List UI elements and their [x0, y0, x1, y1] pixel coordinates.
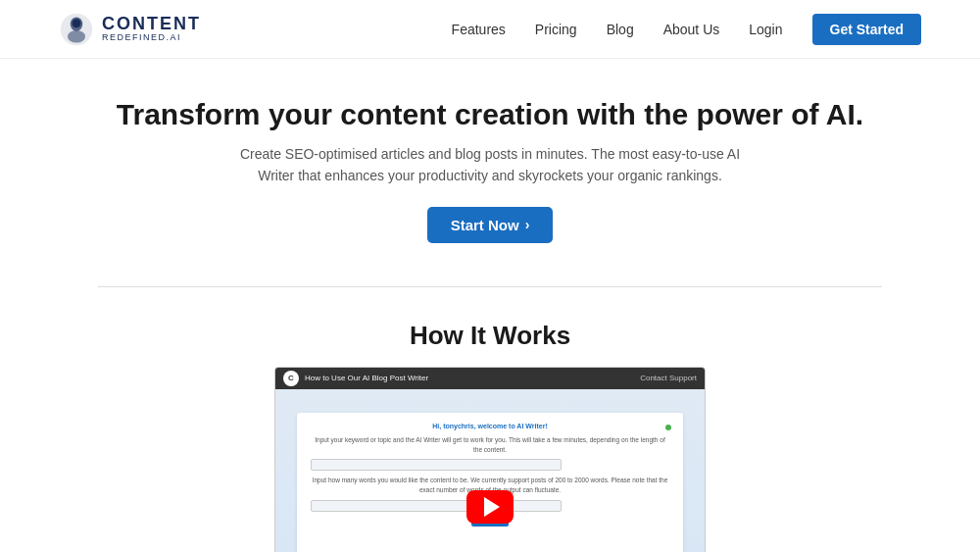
header: CONTENT REDEFINED.AI Features Pricing Bl… [0, 0, 980, 59]
hero-section: Transform your content creation with the… [0, 59, 980, 263]
hero-headline: Transform your content creation with the… [20, 98, 960, 131]
logo-title: CONTENT [102, 15, 201, 34]
svg-point-3 [73, 19, 81, 27]
video-top-bar: C How to Use Our AI Blog Post Writer Con… [275, 368, 705, 389]
nav-features[interactable]: Features [452, 22, 506, 37]
logo: CONTENT REDEFINED.AI [59, 12, 201, 47]
video-screenshot: Hi, tonychris, welcome to AI Writer! Inp… [275, 389, 705, 552]
video-container: C How to Use Our AI Blog Post Writer Con… [274, 367, 706, 552]
start-now-arrow: › [525, 217, 530, 232]
start-now-label: Start Now [451, 217, 519, 233]
video-status-dot [665, 425, 671, 430]
how-it-works-section: How It Works C How to Use Our AI Blog Po… [0, 311, 980, 552]
nav-blog[interactable]: Blog [607, 22, 634, 37]
hero-divider [98, 286, 882, 287]
video-screenshot-inner: Hi, tonychris, welcome to AI Writer! Inp… [297, 413, 683, 552]
video-top-bar-left: C How to Use Our AI Blog Post Writer [283, 371, 428, 386]
video-body-text1: Input your keyword or topic and the AI W… [311, 435, 669, 455]
nav-about-us[interactable]: About Us [663, 22, 720, 37]
nav-login[interactable]: Login [749, 22, 782, 37]
svg-point-2 [68, 29, 85, 42]
nav-get-started[interactable]: Get Started [812, 14, 921, 45]
video-input-field [311, 459, 562, 471]
main-nav: Features Pricing Blog About Us Login Get… [452, 14, 921, 45]
hero-subtext: Create SEO-optimised articles and blog p… [235, 143, 745, 187]
how-it-works-heading: How It Works [20, 321, 960, 351]
logo-icon [59, 12, 94, 47]
video-title: How to Use Our AI Blog Post Writer [305, 374, 428, 382]
logo-subtitle: REDEFINED.AI [102, 33, 201, 43]
logo-text: CONTENT REDEFINED.AI [102, 15, 201, 44]
video-welcome-text: Hi, tonychris, welcome to AI Writer! [311, 423, 669, 429]
nav-pricing[interactable]: Pricing [535, 22, 577, 37]
video-inner: Hi, tonychris, welcome to AI Writer! Inp… [275, 389, 705, 552]
start-now-button[interactable]: Start Now › [427, 207, 554, 243]
video-top-bar-right: Contact Support [640, 374, 697, 382]
video-play-button[interactable] [466, 490, 514, 524]
video-logo-small: C [283, 371, 299, 386]
video-input-field2 [311, 500, 562, 512]
